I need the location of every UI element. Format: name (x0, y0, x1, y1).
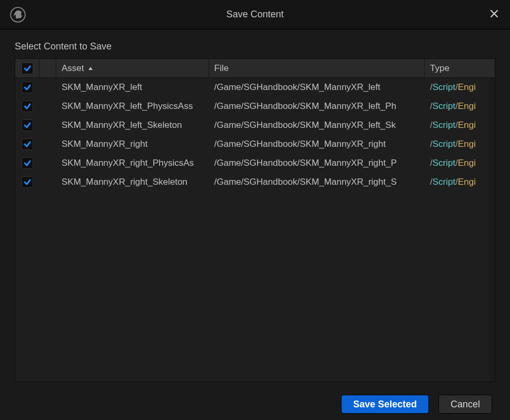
save-selected-button[interactable]: Save Selected (341, 395, 429, 414)
window-title: Save Content (0, 9, 510, 20)
asset-name-cell: SKM_MannyXR_right_PhysicsAs (56, 158, 209, 168)
file-path-cell: /Game/SGHandbook/SKM_MannyXR_right_P (209, 158, 425, 168)
type-class: Engi (458, 120, 476, 131)
header-asset-label: Asset (62, 63, 84, 74)
dialog-footer: Save Selected Cancel (0, 387, 510, 420)
table-header-row: Asset File Type (15, 59, 495, 78)
type-namespace: Script (433, 177, 455, 187)
type-cell: /Script/Engi (425, 101, 495, 112)
file-path-cell: /Game/SGHandbook/SKM_MannyXR_right (209, 139, 425, 149)
type-namespace: Script (433, 120, 455, 131)
asset-table: Asset File Type SKM_MannyXR_left /Game/S… (15, 58, 495, 382)
type-class: Engi (458, 82, 476, 93)
check-icon (23, 140, 32, 148)
type-cell: /Script/Engi (425, 120, 495, 131)
cancel-button[interactable]: Cancel (438, 395, 492, 414)
dialog-body: Select Content to Save Asset File Type (0, 29, 510, 387)
check-icon (23, 159, 32, 167)
check-icon (23, 121, 32, 129)
type-class: Engi (458, 158, 476, 168)
unreal-logo-icon (9, 6, 26, 23)
file-path-cell: /Game/SGHandbook/SKM_MannyXR_left_Sk (209, 120, 425, 131)
type-namespace: Script (433, 139, 455, 149)
titlebar: Save Content (0, 0, 510, 29)
select-all-checkbox[interactable] (22, 63, 33, 74)
header-checkbox-cell[interactable] (15, 59, 39, 77)
table-row: SKM_MannyXR_right /Game/SGHandbook/SKM_M… (15, 135, 495, 154)
table-row: SKM_MannyXR_left_Skeleton /Game/SGHandbo… (15, 116, 495, 135)
header-file[interactable]: File (209, 59, 425, 77)
header-file-label: File (214, 63, 228, 74)
type-class: Engi (458, 177, 476, 187)
row-checkbox[interactable] (22, 138, 33, 150)
header-asset[interactable]: Asset (56, 59, 209, 77)
type-cell: /Script/Engi (425, 177, 495, 187)
table-row: SKM_MannyXR_left_PhysicsAss /Game/SGHand… (15, 97, 495, 116)
table-row: SKM_MannyXR_left /Game/SGHandbook/SKM_Ma… (15, 78, 495, 97)
asset-name-cell: SKM_MannyXR_right_Skeleton (56, 177, 209, 187)
close-icon (490, 9, 498, 18)
asset-name-cell: SKM_MannyXR_left (56, 82, 209, 93)
vertical-scrollbar[interactable] (489, 78, 495, 382)
asset-name-cell: SKM_MannyXR_left_PhysicsAss (56, 101, 209, 112)
file-path-cell: /Game/SGHandbook/SKM_MannyXR_left_Ph (209, 101, 425, 112)
row-checkbox[interactable] (22, 101, 33, 112)
check-icon (23, 83, 32, 92)
cancel-label: Cancel (451, 399, 480, 410)
row-checkbox[interactable] (22, 157, 33, 169)
check-icon (23, 178, 32, 186)
file-path-cell: /Game/SGHandbook/SKM_MannyXR_right_S (209, 177, 425, 187)
close-button[interactable] (486, 5, 503, 22)
type-namespace: Script (433, 158, 455, 168)
save-selected-label: Save Selected (353, 399, 417, 410)
check-icon (23, 102, 32, 111)
dialog-subtitle: Select Content to Save (15, 41, 495, 52)
table-body: SKM_MannyXR_left /Game/SGHandbook/SKM_Ma… (15, 78, 495, 192)
check-icon (23, 64, 32, 73)
header-type-label: Type (430, 63, 449, 74)
type-cell: /Script/Engi (425, 139, 495, 149)
row-checkbox[interactable] (22, 119, 33, 131)
asset-name-cell: SKM_MannyXR_left_Skeleton (56, 120, 209, 131)
header-type[interactable]: Type (425, 59, 495, 77)
type-class: Engi (458, 139, 476, 149)
type-cell: /Script/Engi (425, 82, 495, 93)
sort-ascending-icon (87, 66, 94, 71)
row-checkbox[interactable] (22, 176, 33, 188)
asset-name-cell: SKM_MannyXR_right (56, 139, 209, 149)
header-icon-cell (39, 59, 56, 77)
table-row: SKM_MannyXR_right_Skeleton /Game/SGHandb… (15, 173, 495, 192)
type-class: Engi (458, 101, 476, 112)
table-row: SKM_MannyXR_right_PhysicsAs /Game/SGHand… (15, 154, 495, 173)
type-namespace: Script (433, 101, 455, 112)
file-path-cell: /Game/SGHandbook/SKM_MannyXR_left (209, 82, 425, 93)
type-namespace: Script (433, 82, 455, 93)
type-cell: /Script/Engi (425, 158, 495, 168)
row-checkbox[interactable] (22, 82, 33, 93)
